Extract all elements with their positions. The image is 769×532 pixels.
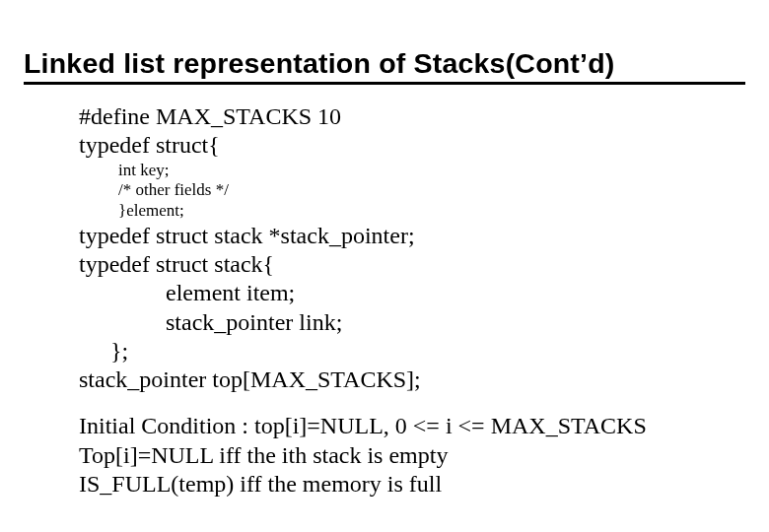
note-is-full: IS_FULL(temp) iff the memory is full <box>79 470 735 499</box>
code-line-struct-stack-open: typedef struct stack{ <box>79 250 735 279</box>
slide-body: #define MAX_STACKS 10 typedef struct{ in… <box>24 102 745 499</box>
code-line-stack-pointer: typedef struct stack *stack_pointer; <box>79 222 735 250</box>
code-line-element-item: element item; <box>79 279 735 307</box>
code-line-top-array: stack_pointer top[MAX_STACKS]; <box>79 366 735 394</box>
title-bar: Linked list representation of Stacks(Con… <box>24 47 745 85</box>
slide-title: Linked list representation of Stacks(Con… <box>24 47 745 80</box>
code-line-struct-close: }; <box>79 337 735 366</box>
code-line-element-close: }element; <box>79 201 735 222</box>
code-line-other-fields: /* other fields */ <box>79 180 735 201</box>
note-initial-condition: Initial Condition : top[i]=NULL, 0 <= i … <box>79 412 735 440</box>
code-line-int-key: int key; <box>79 161 735 181</box>
code-line-typedef-struct-open: typedef struct{ <box>79 131 735 160</box>
note-top-null: Top[i]=NULL iff the ith stack is empty <box>79 441 735 470</box>
code-line-define: #define MAX_STACKS 10 <box>79 102 735 131</box>
code-line-link: stack_pointer link; <box>79 308 735 337</box>
